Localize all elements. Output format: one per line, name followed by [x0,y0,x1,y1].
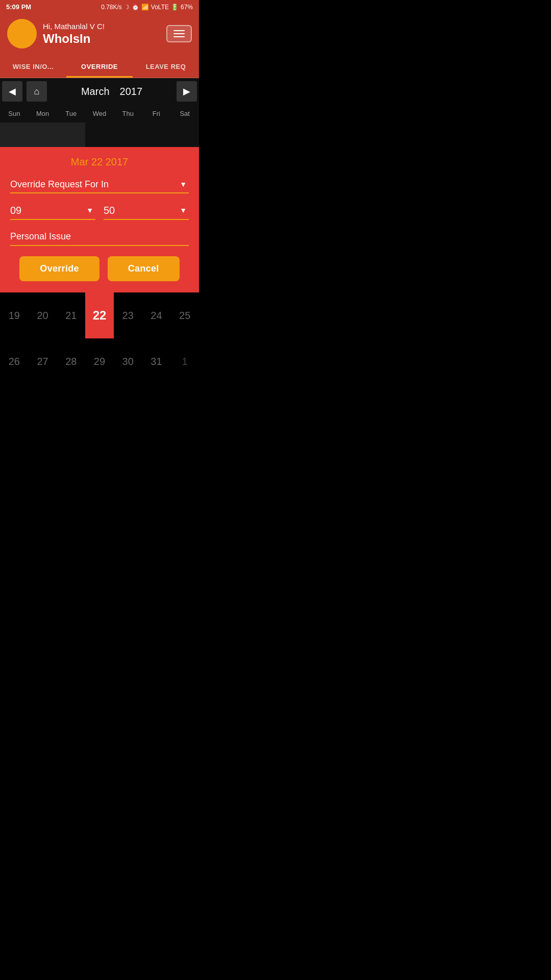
day-header-sun: Sun [0,107,29,120]
cal-day-26[interactable]: 26 [0,338,29,384]
menu-button[interactable] [166,25,192,42]
status-time: 5:09 PM [6,3,31,11]
app-name: WhoIsIn [43,32,105,46]
header-left: Hi, Mathanlal V C! WhoIsIn [7,19,105,48]
tab-leave-req[interactable]: LEAVE REQ [133,56,199,78]
wifi-icon: 📶 [141,4,149,11]
cal-day-28[interactable]: 28 [57,338,85,384]
cal-day-31[interactable]: 31 [142,338,171,384]
calendar-header: ◀ ⌂ March 2017 ▶ [0,78,199,105]
signal-icon: VoLTE [151,4,169,11]
menu-line-1 [173,30,185,31]
cal-day-27[interactable]: 27 [29,338,57,384]
blank-cell-3 [57,122,85,147]
moon-icon: ☽ [124,4,130,11]
battery-level: 67% [181,4,193,11]
blank-cell-2 [29,122,57,147]
day-header-sat: Sat [170,107,199,120]
minute-select-wrapper: 50 00 15 30 45 ▼ [104,202,189,220]
status-indicators: 0.78K/s ☽ ⏰ 📶 VoLTE 🔋 67% [101,4,193,11]
chevron-right-icon: ▶ [183,86,190,97]
cal-day-19[interactable]: 19 [0,292,29,338]
cal-prev-button[interactable]: ◀ [2,81,22,102]
cal-day-1-next[interactable]: 1 [170,338,199,384]
day-header-thu: Thu [114,107,142,120]
day-header-fri: Fri [142,107,171,120]
cal-day-29[interactable]: 29 [85,338,114,384]
avatar [7,19,37,48]
calendar-grid: 19 20 21 22 23 24 25 26 27 28 29 30 31 1 [0,292,199,395]
alarm-icon: ⏰ [132,4,139,11]
greeting: Hi, Mathanlal V C! [43,22,105,31]
cal-day-22[interactable]: 22 [85,292,114,338]
calendar-week-2: 26 27 28 29 30 31 1 [0,338,199,384]
override-type-select[interactable]: Override Request For In Override Request… [10,176,189,192]
cal-day-25[interactable]: 25 [170,292,199,338]
cal-day-20[interactable]: 20 [29,292,57,338]
override-type-select-wrapper: Override Request For In Override Request… [10,176,189,193]
day-header-wed: Wed [85,107,114,120]
override-form-section: Mar 22 2017 Override Request For In Over… [0,147,199,292]
calendar-year: 2017 [120,86,143,97]
override-button[interactable]: Override [19,256,99,281]
reason-group [10,228,189,246]
reason-input[interactable] [10,228,189,246]
action-buttons: Override Cancel [10,256,189,281]
day-header-tue: Tue [57,107,85,120]
blank-cell-1 [0,122,29,147]
network-speed: 0.78K/s [101,4,122,11]
cancel-button[interactable]: Cancel [108,256,180,281]
blank-cell-4 [85,122,114,147]
hour-select[interactable]: 09 10 11 08 [10,202,95,219]
calendar-month: March [81,86,110,97]
calendar-week-1: 19 20 21 22 23 24 25 [0,292,199,338]
cal-day-23[interactable]: 23 [114,292,142,338]
app-header: Hi, Mathanlal V C! WhoIsIn [0,14,199,56]
calendar-month-year: March 2017 [49,86,174,97]
tab-wise-in-out[interactable]: WISE IN/O... [0,56,66,78]
cal-next-button[interactable]: ▶ [177,81,197,102]
blank-cell-5 [114,122,142,147]
cal-day-30[interactable]: 30 [114,338,142,384]
home-icon: ⌂ [34,86,40,97]
menu-line-2 [173,33,185,34]
cal-day-24[interactable]: 24 [142,292,171,338]
selected-date: Mar 22 2017 [10,156,189,168]
blank-cell-6 [142,122,171,147]
chevron-left-icon: ◀ [9,86,16,97]
hour-select-wrapper: 09 10 11 08 ▼ [10,202,95,220]
cal-day-21[interactable]: 21 [57,292,85,338]
battery-icon: 🔋 [171,4,179,11]
status-bar: 5:09 PM 0.78K/s ☽ ⏰ 📶 VoLTE 🔋 67% [0,0,199,14]
day-header-mon: Mon [29,107,57,120]
calendar-top-row [0,122,199,147]
minute-select[interactable]: 50 00 15 30 45 [104,202,189,219]
time-row: 09 10 11 08 ▼ 50 00 15 30 45 ▼ [10,202,189,220]
calendar-day-headers: Sun Mon Tue Wed Thu Fri Sat [0,105,199,122]
menu-line-3 [173,36,185,37]
override-type-group: Override Request For In Override Request… [10,176,189,193]
blank-cell-7 [170,122,199,147]
tab-override[interactable]: OVERRIDE [66,56,133,78]
header-text: Hi, Mathanlal V C! WhoIsIn [43,22,105,46]
cal-home-button[interactable]: ⌂ [27,81,47,102]
tab-bar: WISE IN/O... OVERRIDE LEAVE REQ [0,56,199,78]
